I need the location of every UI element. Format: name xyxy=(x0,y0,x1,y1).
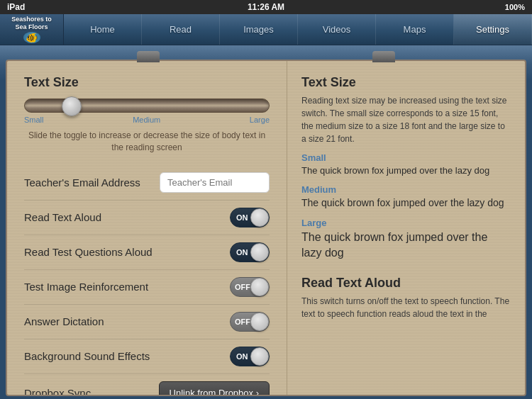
slider-label-medium: Medium xyxy=(133,116,160,124)
settings-section: Teacher's Email Address Read Text Aloud … xyxy=(24,165,270,395)
nav-logo[interactable]: Seashores to Sea Floors 🐠 xyxy=(0,14,64,45)
teacher-email-input[interactable] xyxy=(160,172,270,193)
help-sample-small-text: The quick brown fox jumped over the lazy… xyxy=(301,164,511,177)
slider-description: Slide the toggle to increase or decrease… xyxy=(24,130,270,154)
help-sample-small-label: Small xyxy=(301,152,511,163)
read-text-aloud-knob xyxy=(250,208,269,227)
nav-bar: Seashores to Sea Floors 🐠 Home Read Imag… xyxy=(0,14,532,45)
status-ipad-label: iPad xyxy=(7,2,25,12)
help-read-aloud-description: This switch turns on/off the text to spe… xyxy=(301,295,511,320)
status-right: 100% xyxy=(505,3,525,11)
help-sample-large-text: The quick brown fox jumped over the lazy… xyxy=(301,230,511,262)
nav-item-videos[interactable]: Videos xyxy=(298,14,376,45)
slider-thumb[interactable] xyxy=(62,96,82,116)
nav-logo-text-line1: Seashores to xyxy=(11,16,52,23)
background-sound-row: Background Sound Effects ON xyxy=(24,339,270,374)
test-image-reinforcement-toggle-label: OFF xyxy=(235,283,250,291)
help-read-aloud-title: Read Text Aloud xyxy=(301,276,511,291)
nav-item-maps[interactable]: Maps xyxy=(376,14,454,45)
nav-logo-text-line2: Sea Floors xyxy=(15,23,48,31)
answer-dictation-label: Answer Dictation xyxy=(24,315,104,327)
right-panel: Text Size Reading text size may be incre… xyxy=(287,61,525,395)
slider-container[interactable]: Small Medium Large xyxy=(24,99,270,124)
binder-ring-left xyxy=(137,51,160,62)
help-read-aloud-section: Read Text Aloud This switch turns on/off… xyxy=(301,276,511,320)
battery-label: 100% xyxy=(505,3,525,11)
binder-rings xyxy=(6,51,526,62)
answer-dictation-row: Answer Dictation OFF xyxy=(24,305,270,339)
dropbox-sync-label: Dropbox Sync xyxy=(24,387,91,395)
background-sound-toggle-label: ON xyxy=(236,352,248,361)
text-size-title: Text Size xyxy=(24,75,270,90)
background-sound-toggle[interactable]: ON xyxy=(230,347,270,366)
content-panel: Text Size Small Medium Large Slide the t… xyxy=(6,60,526,396)
answer-dictation-knob xyxy=(250,313,269,331)
help-text-size-title: Text Size xyxy=(301,75,511,90)
help-sample-large-label: Large xyxy=(301,218,511,228)
help-text-size-section: Text Size Reading text size may be incre… xyxy=(301,75,511,262)
unlink-dropbox-button[interactable]: Unlink from Dropbox › xyxy=(159,381,270,395)
nav-item-home[interactable]: Home xyxy=(64,14,142,45)
read-test-questions-toggle[interactable]: ON xyxy=(230,242,270,262)
teacher-email-row: Teacher's Email Address xyxy=(24,165,270,201)
nav-item-read[interactable]: Read xyxy=(142,14,220,45)
test-image-reinforcement-knob xyxy=(250,278,269,296)
background-sound-label: Background Sound Effects xyxy=(24,350,150,362)
teacher-email-label: Teacher's Email Address xyxy=(24,176,140,189)
left-panel: Text Size Small Medium Large Slide the t… xyxy=(7,61,287,395)
background-sound-knob xyxy=(250,347,269,366)
answer-dictation-toggle-label: OFF xyxy=(235,317,250,326)
nav-items: Home Read Images Videos Maps Settings xyxy=(64,14,532,45)
nav-item-images[interactable]: Images xyxy=(220,14,298,45)
read-test-questions-toggle-label: ON xyxy=(236,248,248,257)
nav-item-settings[interactable]: Settings xyxy=(454,14,532,45)
test-image-reinforcement-row: Test Image Reinforcement OFF xyxy=(24,270,270,305)
slider-track[interactable] xyxy=(24,99,270,113)
read-test-questions-label: Read Test Questions Aloud xyxy=(24,246,153,258)
status-bar: iPad 11:26 AM 100% xyxy=(0,0,532,14)
read-text-aloud-toggle[interactable]: ON xyxy=(230,208,270,227)
main-wrapper: Text Size Small Medium Large Slide the t… xyxy=(0,45,532,399)
slider-label-small: Small xyxy=(24,116,44,124)
test-image-reinforcement-toggle[interactable]: OFF xyxy=(230,277,270,297)
help-sample-medium-text: The quick brown fox jumped over the lazy… xyxy=(301,196,511,210)
test-image-reinforcement-label: Test Image Reinforcement xyxy=(24,281,148,293)
help-sample-medium-label: Medium xyxy=(301,184,511,195)
answer-dictation-toggle[interactable]: OFF xyxy=(230,312,270,332)
binder-ring-right xyxy=(372,51,395,62)
read-text-aloud-label: Read Text Aloud xyxy=(24,211,101,223)
status-time: 11:26 AM xyxy=(248,2,284,12)
read-test-questions-knob xyxy=(250,243,269,262)
nav-logo-icon: 🐠 xyxy=(23,32,40,43)
read-text-aloud-toggle-label: ON xyxy=(236,213,248,222)
help-text-size-description: Reading text size may be increased using… xyxy=(301,94,511,145)
slider-label-large: Large xyxy=(250,116,270,124)
read-text-aloud-row: Read Text Aloud ON xyxy=(24,201,270,235)
read-test-questions-row: Read Test Questions Aloud ON xyxy=(24,235,270,270)
slider-labels: Small Medium Large xyxy=(24,116,270,124)
dropbox-sync-row: Dropbox Sync Unlink from Dropbox › xyxy=(24,374,270,395)
